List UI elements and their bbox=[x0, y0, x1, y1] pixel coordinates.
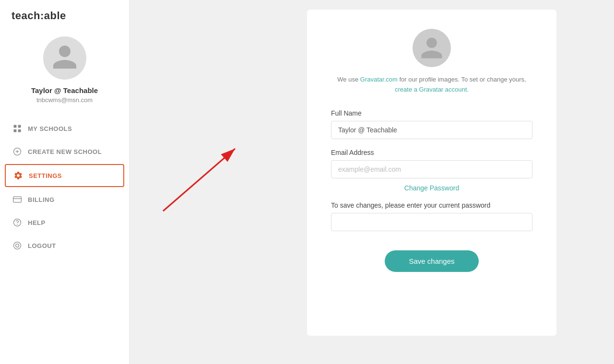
svg-point-11 bbox=[14, 242, 21, 249]
svg-point-10 bbox=[17, 224, 18, 225]
sidebar-item-label: BILLING bbox=[28, 196, 55, 203]
main-content: We use Gravatar.com for our profile imag… bbox=[249, 0, 614, 364]
credit-card-icon bbox=[12, 195, 22, 204]
svg-rect-3 bbox=[18, 129, 21, 132]
arrow-annotation bbox=[125, 134, 269, 230]
svg-rect-0 bbox=[14, 125, 17, 128]
email-input[interactable] bbox=[331, 160, 532, 178]
current-password-group: To save changes, please enter your curre… bbox=[331, 201, 532, 231]
profile-avatar-large bbox=[413, 29, 451, 67]
sidebar-item-my-schools[interactable]: MY SCHOOLS bbox=[5, 118, 124, 139]
app-logo: teach:able bbox=[0, 10, 66, 22]
sidebar-item-label: SETTINGS bbox=[29, 172, 62, 179]
sidebar-item-billing[interactable]: BILLING bbox=[5, 189, 124, 210]
save-changes-button[interactable]: Save changes bbox=[385, 250, 478, 272]
svg-point-12 bbox=[16, 244, 19, 247]
svg-point-9 bbox=[14, 219, 21, 226]
full-name-input[interactable] bbox=[331, 121, 532, 139]
full-name-group: Full Name bbox=[331, 109, 532, 139]
profile-avatar-icon bbox=[419, 35, 445, 61]
settings-card: We use Gravatar.com for our profile imag… bbox=[307, 10, 556, 336]
svg-rect-1 bbox=[18, 125, 21, 128]
sidebar-item-settings[interactable]: SETTINGS bbox=[5, 164, 124, 187]
middle-panel bbox=[130, 0, 249, 364]
sidebar-user-name: Taylor @ Teachable bbox=[31, 86, 98, 94]
email-label: Email Address bbox=[331, 149, 532, 156]
gravatar-description: We use Gravatar.com for our profile imag… bbox=[331, 75, 532, 95]
svg-line-14 bbox=[163, 149, 235, 211]
sidebar-nav: MY SCHOOLS CREATE NEW SCHOOL SETTINGS BI… bbox=[0, 118, 129, 258]
sidebar-item-help[interactable]: HELP bbox=[5, 212, 124, 233]
gravatar-text-3: . bbox=[467, 86, 469, 93]
sidebar-item-label: LOGOUT bbox=[28, 242, 56, 249]
current-password-input[interactable] bbox=[331, 213, 532, 231]
sidebar-item-label: MY SCHOOLS bbox=[28, 125, 72, 132]
sidebar: teach:able Taylor @ Teachable tnbcwms@ms… bbox=[0, 0, 130, 364]
current-password-label: To save changes, please enter your curre… bbox=[331, 201, 532, 209]
help-circle-icon bbox=[12, 218, 22, 227]
sidebar-item-label: CREATE NEW SCHOOL bbox=[28, 148, 102, 155]
email-group: Email Address bbox=[331, 149, 532, 178]
gear-icon bbox=[13, 171, 23, 180]
logout-icon bbox=[12, 241, 22, 250]
full-name-label: Full Name bbox=[331, 109, 532, 117]
svg-rect-2 bbox=[14, 129, 17, 132]
plus-circle-icon bbox=[12, 147, 22, 156]
gravatar-text-2: for our profile images. To set or change… bbox=[398, 76, 526, 83]
user-avatar bbox=[43, 36, 86, 80]
gravatar-link[interactable]: Gravatar.com bbox=[360, 76, 398, 83]
sidebar-user-email: tnbcwms@msn.com bbox=[36, 96, 93, 104]
create-gravatar-link[interactable]: create a Gravatar account bbox=[395, 86, 467, 93]
gravatar-text-1: We use bbox=[337, 76, 360, 83]
svg-rect-7 bbox=[13, 197, 22, 202]
grid-icon bbox=[12, 124, 22, 133]
avatar-icon bbox=[50, 43, 79, 73]
sidebar-item-label: HELP bbox=[28, 219, 46, 226]
change-password-link[interactable]: Change Password bbox=[404, 184, 459, 192]
sidebar-item-create-school[interactable]: CREATE NEW SCHOOL bbox=[5, 141, 124, 162]
sidebar-item-logout[interactable]: LOGOUT bbox=[5, 235, 124, 256]
